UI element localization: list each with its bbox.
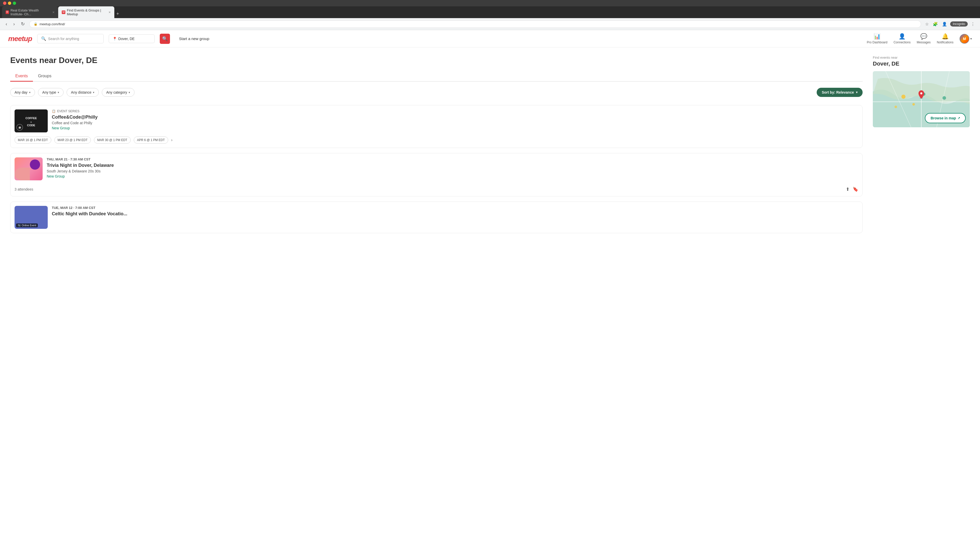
event-info-1: 📋 EVENT SERIES Coffee&Code@Philly Coffee… [52, 110, 858, 130]
browser-actions: ☆ 🧩 👤 Incognito ⋮ [924, 21, 976, 27]
tab1-close[interactable]: ✕ [52, 11, 55, 14]
location-value: Dover, DE [118, 37, 135, 41]
online-label: Online Event [22, 224, 36, 227]
date-pill-2[interactable]: MAR 23 @ 1 PM EDT [54, 137, 91, 144]
add-tab-button[interactable]: + [115, 10, 121, 18]
tab-events[interactable]: Events [10, 71, 33, 82]
reload-button[interactable]: ↻ [19, 20, 26, 28]
svg-text:COFFEE: COFFEE [25, 117, 37, 120]
event-title-1[interactable]: Coffee&Code@Philly [52, 114, 858, 120]
event-datetime-2: THU, MAR 21 · 7:30 AM CST [47, 157, 858, 161]
profile-initials: M [963, 37, 966, 41]
header-nav: 📊 Pro Dashboard 👤 Connections 💬 Messages… [867, 33, 972, 44]
content-tabs: Events Groups [10, 71, 862, 82]
profile-icon[interactable]: 👤 [941, 21, 948, 27]
date-pill-4[interactable]: APR 6 @ 1 PM EDT [134, 137, 168, 144]
profile-area[interactable]: M ▾ [959, 34, 972, 44]
sort-label: Sort by: Relevance [822, 90, 854, 94]
search-submit-button[interactable]: 🔍 [160, 34, 170, 44]
search-icon: 🔍 [41, 36, 46, 41]
svg-point-17 [920, 92, 922, 94]
event-group-1[interactable]: New Group [52, 126, 858, 130]
bookmarks-icon[interactable]: ☆ [924, 21, 930, 27]
map-location: Dover, DE [873, 60, 970, 67]
browser-chrome [0, 0, 980, 6]
svg-point-13 [912, 103, 915, 106]
profile-avatar: M [959, 34, 969, 44]
lock-icon: 🔒 [34, 22, 38, 26]
maximize-window-btn[interactable] [13, 2, 16, 5]
map-container: Browse in map ↗ [873, 71, 970, 127]
profile-chevron-icon: ▾ [970, 37, 972, 41]
minimize-window-btn[interactable] [8, 2, 11, 5]
filter-day[interactable]: Any day ▾ [10, 88, 35, 97]
tab2-close[interactable]: ✕ [108, 11, 111, 14]
external-link-icon: ↗ [958, 116, 960, 120]
dates-next-arrow[interactable]: › [171, 138, 172, 142]
messages-label: Messages [917, 41, 931, 44]
date-pill-3[interactable]: MAR 30 @ 1 PM EDT [94, 137, 130, 144]
event-series-badge: 📋 EVENT SERIES [52, 110, 858, 113]
close-window-btn[interactable] [3, 2, 6, 5]
tab-bar: R Real Estate Wealth Institute- Ch... ✕ … [0, 6, 980, 18]
event-title-2[interactable]: Trivia Night in Dover, Delaware [47, 163, 858, 168]
tab2-title: Find Events & Groups | Meetup [67, 8, 106, 16]
filter-distance[interactable]: Any distance ▾ [67, 88, 99, 97]
nav-notifications[interactable]: 🔔 Notifications [937, 33, 953, 44]
attendee-count-2: 3 attendees [14, 187, 33, 191]
search-placeholder: Search for anything [48, 37, 79, 41]
event-subtitle-1: Coffee and Code at Philly [52, 121, 858, 125]
tab-groups[interactable]: Groups [33, 71, 56, 82]
event-image-1: COFFEE & CODE ☕ [14, 110, 48, 132]
meetup-logo[interactable]: meetup [8, 35, 32, 43]
coffee-code-svg: COFFEE & CODE ☕ [14, 110, 48, 132]
sort-button[interactable]: Sort by: Relevance ▾ [817, 88, 862, 97]
browse-map-label: Browse in map [931, 116, 956, 120]
browse-in-map-button[interactable]: Browse in map ↗ [925, 113, 966, 123]
location-field[interactable]: 📍 Dover, DE [109, 35, 155, 43]
event-series-label: EVENT SERIES [57, 110, 80, 113]
search-bar[interactable]: 🔍 Search for anything [37, 34, 103, 43]
connections-icon: 👤 [899, 33, 905, 40]
nav-pro-dashboard[interactable]: 📊 Pro Dashboard [867, 33, 887, 44]
nav-connections[interactable]: 👤 Connections [894, 33, 911, 44]
extensions-icon[interactable]: 🧩 [932, 21, 939, 27]
event-card-3-inner: 📷 Online Event TUE, MAR 12 · 7:00 AM CST… [11, 202, 862, 233]
trivia-shape [14, 168, 30, 180]
event-card-2-inner: THU, MAR 21 · 7:30 AM CST Trivia Night i… [11, 153, 862, 184]
filter-category[interactable]: Any category ▾ [102, 88, 135, 97]
back-button[interactable]: ‹ [4, 21, 9, 28]
nav-messages[interactable]: 💬 Messages [917, 33, 931, 44]
url-bar[interactable]: 🔒 meetup.com/find/ [29, 21, 921, 28]
event-title-3[interactable]: Celtic Night with Dundee Vocatio... [52, 211, 858, 217]
event-group-new-2[interactable]: New Group [47, 174, 858, 178]
location-icon: 📍 [113, 37, 117, 41]
online-badge: 📷 Online Event [16, 224, 38, 227]
trivia-circle [30, 159, 40, 170]
meetup-header: meetup 🔍 Search for anything 📍 Dover, DE… [0, 30, 980, 48]
start-new-group-button[interactable]: Start a new group [179, 37, 209, 41]
share-button-2[interactable]: ⬆ [846, 186, 850, 192]
svg-point-15 [894, 106, 897, 108]
event-info-3: TUE, MAR 12 · 7:00 AM CST Celtic Night w… [52, 206, 858, 218]
incognito-badge: Incognito [950, 21, 968, 27]
date-pill-1[interactable]: MAR 16 @ 1 PM EDT [14, 137, 51, 144]
trivia-image [14, 157, 43, 180]
event-card-1-inner: COFFEE & CODE ☕ 📋 EVENT SERIES Coffee&Co… [11, 105, 862, 137]
event-dates-1: MAR 16 @ 1 PM EDT MAR 23 @ 1 PM EDT MAR … [11, 137, 862, 148]
camera-icon: 📷 [18, 224, 21, 227]
browser-tab-1[interactable]: R Real Estate Wealth Institute- Ch... ✕ [2, 6, 58, 18]
forward-button[interactable]: › [12, 21, 16, 28]
notifications-label: Notifications [937, 41, 953, 44]
event-image-3: 📷 Online Event [14, 206, 48, 229]
event-card-2-footer: 3 attendees ⬆ 🔖 [11, 184, 862, 196]
address-bar: ‹ › ↻ 🔒 meetup.com/find/ ☆ 🧩 👤 Incognito… [0, 18, 980, 30]
browser-tab-2[interactable]: M Find Events & Groups | Meetup ✕ [58, 6, 115, 18]
filter-type[interactable]: Any type ▾ [38, 88, 64, 97]
event-card-2: THU, MAR 21 · 7:30 AM CST Trivia Night i… [10, 153, 862, 197]
menu-icon[interactable]: ⋮ [970, 21, 976, 27]
bookmark-button-2[interactable]: 🔖 [853, 186, 858, 192]
find-events-near-label: Find events near [873, 56, 970, 59]
window-controls [3, 2, 16, 5]
right-panel: Find events near Dover, DE [873, 56, 970, 238]
